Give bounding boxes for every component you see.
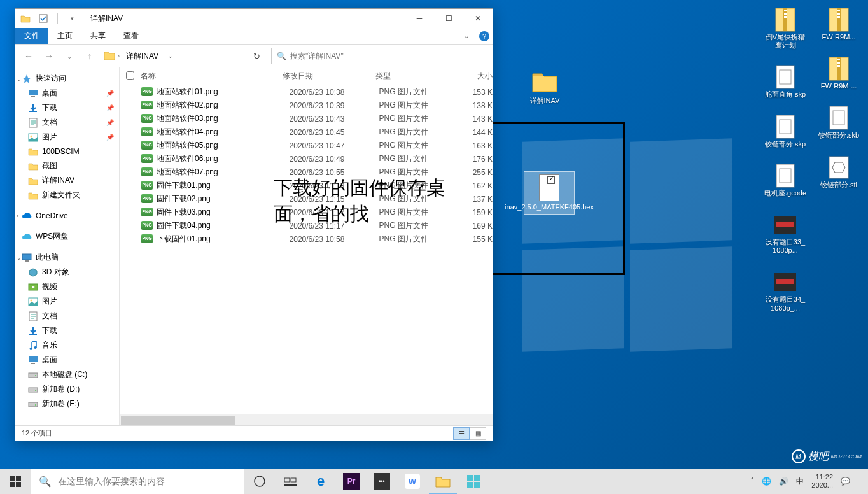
sidebar-quick-access[interactable]: ⌄ 快速访问	[15, 71, 119, 86]
png-icon: PNG	[141, 114, 153, 124]
cortana-button[interactable]	[244, 469, 275, 494]
file-row[interactable]: PNG 地面站软件07.png 2020/6/23 10:55 PNG 图片文件…	[120, 166, 493, 179]
tray-ime[interactable]: 中	[796, 476, 804, 487]
nav-recent[interactable]: ⌄	[61, 48, 78, 64]
sidebar-item[interactable]: 3D 对象	[15, 265, 119, 279]
qat-checkbox-icon[interactable]	[37, 12, 50, 25]
file-list[interactable]: PNG 地面站软件01.png 2020/6/23 10:38 PNG 图片文件…	[120, 85, 493, 414]
select-all-checkbox[interactable]	[126, 71, 134, 80]
sidebar-onedrive[interactable]: › OneDrive	[15, 209, 119, 223]
desktop-icon[interactable]: 没有题目34_1080p_...	[762, 267, 808, 313]
file-row[interactable]: PNG 地面站软件02.png 2020/6/23 10:39 PNG 图片文件…	[120, 99, 493, 112]
sidebar-item[interactable]: 本地磁盘 (C:)	[15, 367, 119, 382]
view-thumbnails-button[interactable]: ▦	[470, 427, 486, 440]
tray-chevron-icon[interactable]: ˄	[750, 477, 754, 486]
tab-home[interactable]: 主页	[48, 28, 81, 44]
title-bar[interactable]: ▾ 详解INAV ─ ☐ ✕	[15, 9, 493, 28]
sidebar-item[interactable]: 100DSCIM	[15, 145, 119, 159]
close-button[interactable]: ✕	[463, 9, 493, 28]
sidebar-this-pc[interactable]: ⌄ 此电脑	[15, 250, 119, 265]
file-row[interactable]: PNG 下载固件01.png 2020/6/23 10:58 PNG 图片文件 …	[120, 232, 493, 246]
desktop-icon[interactable]: 没有题目33_1080p...	[762, 210, 808, 256]
svg-rect-44	[29, 373, 38, 378]
desktop-icon[interactable]: FW-R9M...	[816, 5, 862, 43]
sidebar-item[interactable]: 截图	[15, 159, 119, 173]
file-row[interactable]: PNG 地面站软件05.png 2020/6/23 10:47 PNG 图片文件…	[120, 139, 493, 152]
sidebar-item[interactable]: 桌面	[15, 353, 119, 367]
search-box[interactable]: 🔍	[271, 48, 487, 64]
sidebar-item[interactable]: 图片📌	[15, 130, 119, 145]
tray-notifications-icon[interactable]: 💬	[841, 477, 850, 486]
desktop-icon[interactable]: 倒V尾快拆猎鹰计划	[762, 5, 808, 51]
drive-icon	[28, 399, 38, 409]
tab-file[interactable]: 文件	[15, 28, 48, 44]
taskbar-search[interactable]: 🔍	[31, 469, 244, 494]
nav-back[interactable]: ←	[20, 48, 37, 64]
refresh-button[interactable]: ↻	[248, 52, 265, 61]
tab-view[interactable]: 查看	[115, 28, 148, 44]
address-bar[interactable]: › 详解INAV ⌄ ↻	[102, 48, 267, 64]
desktop-folder-inav[interactable]: 详解INAV	[529, 67, 560, 106]
file-row[interactable]: PNG 地面站软件06.png 2020/6/23 10:49 PNG 图片文件…	[120, 152, 493, 166]
sidebar-item[interactable]: 新加卷 (E:)	[15, 397, 119, 411]
tab-share[interactable]: 共享	[81, 28, 115, 44]
desktop-icon[interactable]: 舵面直角.skp	[762, 62, 808, 100]
sidebar-item[interactable]: 图片	[15, 294, 119, 309]
address-dropdown[interactable]: ⌄	[165, 53, 176, 59]
file-row[interactable]: PNG 固件下载03.png 2020/6/23 11:17 PNG 图片文件 …	[120, 206, 493, 219]
desktop-icon[interactable]: 铰链部分.skp	[762, 112, 808, 150]
file-row[interactable]: PNG 固件下载01.png 2020/6/23 11:13 PNG 图片文件 …	[120, 179, 493, 192]
search-input[interactable]	[290, 52, 482, 60]
file-row[interactable]: PNG 固件下载04.png 2020/6/23 11:17 PNG 图片文件 …	[120, 219, 493, 232]
nav-forward[interactable]: →	[41, 48, 57, 64]
desktop-icon[interactable]: 铰链部分.skb	[816, 103, 862, 141]
show-desktop-button[interactable]	[862, 469, 865, 494]
taskbar-search-input[interactable]	[58, 476, 237, 486]
maximize-button[interactable]: ☐	[434, 9, 463, 28]
taskbar-app-premiere[interactable]: Pr	[336, 469, 367, 494]
taskbar-app-edge[interactable]: e	[305, 469, 336, 494]
tray-volume-icon[interactable]: 🔊	[779, 477, 788, 486]
taskbar-app-generic[interactable]: •••	[367, 469, 397, 494]
file-row[interactable]: PNG 地面站软件04.png 2020/6/23 10:45 PNG 图片文件…	[120, 125, 493, 139]
sidebar[interactable]: ⌄ 快速访问 桌面📌下载📌文档📌图片📌100DSCIM截图详解INAV新建文件夹…	[15, 67, 120, 425]
file-row[interactable]: PNG 固件下载02.png 2020/6/23 11:15 PNG 图片文件 …	[120, 192, 493, 206]
sidebar-wps[interactable]: WPS网盘	[15, 229, 119, 244]
taskbar-app-wps[interactable]: W	[397, 469, 428, 494]
minimize-button[interactable]: ─	[405, 9, 434, 28]
sidebar-item[interactable]: 下载📌	[15, 101, 119, 115]
start-button[interactable]	[0, 469, 31, 494]
file-row[interactable]: PNG 地面站软件03.png 2020/6/23 10:43 PNG 图片文件…	[120, 112, 493, 125]
view-details-button[interactable]: ☰	[453, 427, 470, 440]
sidebar-item[interactable]: 详解INAV	[15, 173, 119, 188]
nav-up[interactable]: ↑	[81, 48, 98, 64]
sidebar-item[interactable]: 桌面📌	[15, 86, 119, 101]
sidebar-item[interactable]: 下载	[15, 323, 119, 338]
col-size[interactable]: 大小	[456, 71, 493, 81]
desktop-icon[interactable]: FW-R9M-...	[816, 54, 862, 92]
pictures-icon	[28, 297, 38, 307]
sidebar-item[interactable]: 文档	[15, 309, 119, 323]
help-button[interactable]: ?	[476, 28, 493, 45]
taskbar-app-explorer[interactable]	[428, 469, 458, 494]
sidebar-item[interactable]: 新建文件夹	[15, 188, 119, 202]
sidebar-item[interactable]: 音乐	[15, 338, 119, 353]
col-date[interactable]: 修改日期	[283, 71, 375, 81]
breadcrumb-text[interactable]: 详解INAV	[122, 51, 162, 62]
sidebar-item[interactable]: 新加卷 (D:)	[15, 382, 119, 397]
task-view-button[interactable]	[275, 469, 305, 494]
tray-network-icon[interactable]: 🌐	[762, 477, 771, 486]
taskbar-app-4squares[interactable]	[458, 469, 489, 494]
desktop-icon[interactable]: 铰链部分.stl	[816, 153, 862, 190]
horizontal-scrollbar[interactable]	[120, 414, 493, 425]
tray-clock[interactable]: 11:22 2020...	[811, 473, 833, 490]
col-type[interactable]: 类型	[375, 71, 456, 81]
ribbon-collapse[interactable]: ⌄	[457, 28, 476, 44]
desktop-icon[interactable]: 电机座.gcode	[762, 161, 808, 199]
sidebar-item[interactable]: 文档📌	[15, 115, 119, 130]
col-name[interactable]: 名称	[141, 71, 283, 81]
qat-dropdown[interactable]: ▾	[66, 12, 78, 25]
file-row[interactable]: PNG 地面站软件01.png 2020/6/23 10:38 PNG 图片文件…	[120, 85, 493, 99]
sidebar-item[interactable]: 视频	[15, 279, 119, 294]
column-headers[interactable]: 名称 修改日期 类型 大小	[120, 67, 493, 85]
